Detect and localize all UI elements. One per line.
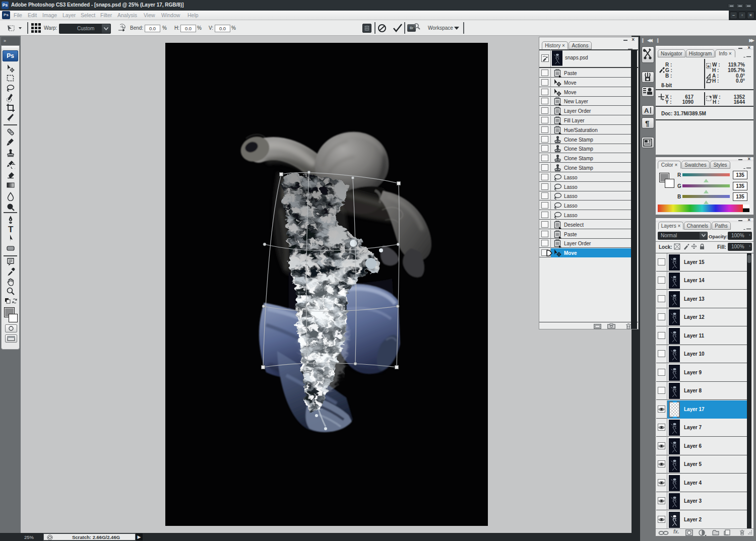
svg-text:T: T bbox=[8, 225, 14, 234]
svg-text:a: a bbox=[708, 64, 710, 69]
svg-text:A: A bbox=[644, 107, 649, 114]
svg-text:¶: ¶ bbox=[645, 119, 649, 127]
